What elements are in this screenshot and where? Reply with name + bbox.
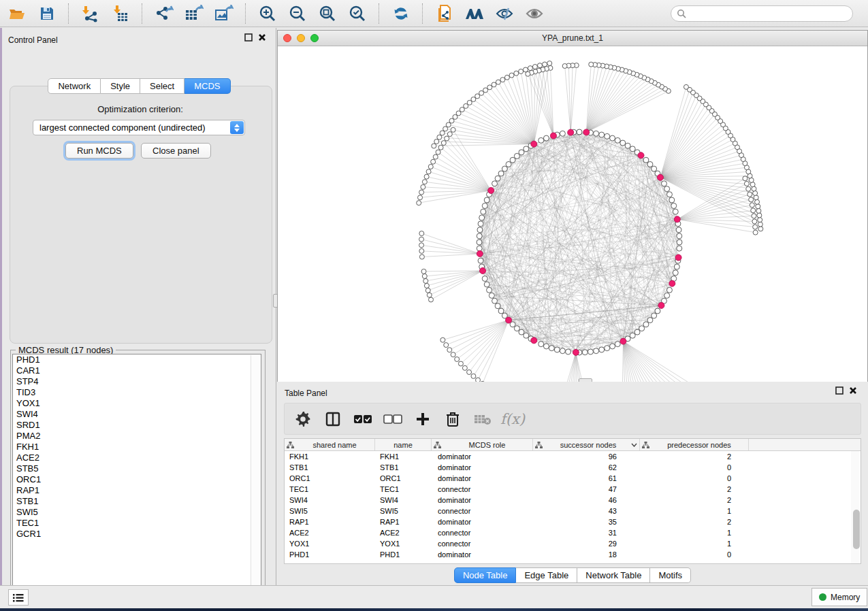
close-panel-button[interactable]: Close panel — [141, 143, 211, 159]
network-node[interactable] — [677, 233, 682, 239]
mcds-result-item[interactable]: TID3 — [13, 387, 261, 398]
search-input[interactable] — [686, 8, 852, 19]
network-node[interactable] — [425, 288, 430, 293]
network-node[interactable] — [502, 166, 507, 171]
network-hub-node[interactable] — [583, 129, 590, 135]
mcds-result-item[interactable]: ACE2 — [13, 452, 261, 463]
network-hub-node[interactable] — [669, 280, 675, 286]
tab-select[interactable]: Select — [140, 78, 184, 94]
network-node[interactable] — [477, 246, 482, 251]
network-node[interactable] — [482, 276, 487, 282]
network-node[interactable] — [487, 287, 492, 293]
network-node[interactable] — [746, 186, 751, 191]
network-node[interactable] — [467, 369, 472, 374]
network-node[interactable] — [684, 84, 688, 89]
network-hub-node[interactable] — [480, 267, 486, 274]
network-node[interactable] — [519, 150, 524, 155]
network-node[interactable] — [445, 136, 449, 141]
export-network-button[interactable] — [152, 3, 176, 24]
network-node[interactable] — [647, 161, 653, 167]
float-panel-icon[interactable] — [244, 33, 253, 42]
network-node[interactable] — [758, 218, 762, 222]
table-row[interactable]: SWI4SWI4dominator462 — [285, 495, 861, 506]
select-all-rows-button[interactable] — [353, 409, 373, 429]
network-hub-node[interactable] — [658, 302, 664, 308]
mcds-result-item[interactable]: CAR1 — [13, 365, 261, 376]
network-node[interactable] — [605, 346, 610, 351]
network-node[interactable] — [417, 201, 421, 205]
network-node[interactable] — [506, 161, 511, 167]
network-node[interactable] — [664, 186, 670, 192]
network-node[interactable] — [481, 209, 486, 214]
network-node[interactable] — [615, 137, 620, 143]
network-node[interactable] — [428, 297, 433, 302]
network-node[interactable] — [495, 303, 500, 309]
network-node[interactable] — [537, 63, 542, 68]
network-node[interactable] — [482, 203, 487, 208]
network-node[interactable] — [421, 184, 425, 189]
network-node[interactable] — [419, 190, 424, 195]
zoom-in-button[interactable] — [256, 3, 279, 24]
network-node[interactable] — [757, 213, 762, 218]
column-header-MCDS-role[interactable]: MCDS role — [432, 439, 533, 450]
network-node[interactable] — [422, 274, 427, 278]
network-node[interactable] — [539, 342, 544, 347]
network-node[interactable] — [496, 80, 500, 84]
network-node[interactable] — [594, 131, 599, 136]
network-node[interactable] — [489, 293, 494, 298]
network-node[interactable] — [441, 141, 446, 146]
network-node[interactable] — [599, 132, 605, 137]
mcds-result-item[interactable]: SRD1 — [13, 420, 261, 431]
network-node[interactable] — [744, 181, 749, 186]
network-node[interactable] — [577, 129, 582, 135]
network-node[interactable] — [543, 135, 549, 141]
network-node[interactable] — [514, 71, 519, 76]
network-node[interactable] — [749, 197, 754, 202]
network-node[interactable] — [431, 159, 436, 164]
network-node[interactable] — [560, 131, 565, 136]
network-node[interactable] — [652, 313, 657, 318]
network-node[interactable] — [755, 199, 760, 204]
column-visibility-button[interactable] — [323, 409, 343, 429]
network-node[interactable] — [483, 88, 488, 93]
network-node[interactable] — [437, 135, 442, 139]
network-node[interactable] — [524, 333, 529, 338]
mcds-result-item[interactable]: GCR1 — [13, 529, 261, 540]
mcds-result-item[interactable]: STB1 — [13, 496, 261, 507]
network-node[interactable] — [447, 348, 452, 352]
network-node[interactable] — [634, 329, 640, 335]
open-file-button[interactable] — [5, 3, 29, 24]
network-node[interactable] — [484, 197, 489, 203]
first-neighbors-button[interactable] — [463, 3, 486, 24]
tab-node-table[interactable]: Node Table — [454, 567, 517, 583]
network-node[interactable] — [543, 62, 547, 67]
network-node[interactable] — [677, 240, 682, 245]
network-node[interactable] — [498, 308, 504, 314]
network-node[interactable] — [605, 133, 610, 139]
network-node[interactable] — [674, 264, 679, 269]
optimization-criterion-select[interactable]: largest connected component (undirected) — [33, 120, 245, 135]
network-node[interactable] — [588, 349, 593, 354]
memory-button[interactable]: Memory — [811, 588, 867, 606]
network-node[interactable] — [432, 144, 436, 148]
network-hub-node[interactable] — [568, 129, 574, 135]
network-node[interactable] — [566, 349, 571, 354]
network-node[interactable] — [643, 322, 649, 327]
network-node[interactable] — [599, 347, 605, 352]
mcds-result-list[interactable]: PHD1CAR1STP4TID3YOX1SWI4SRD1PMA2FKH1ACE2… — [12, 354, 261, 595]
network-hub-node[interactable] — [550, 133, 556, 139]
network-node[interactable] — [756, 208, 761, 213]
network-node[interactable] — [419, 237, 424, 242]
network-node[interactable] — [543, 344, 549, 349]
mcds-result-item[interactable]: PHD1 — [13, 354, 261, 365]
network-node[interactable] — [477, 227, 483, 233]
network-node[interactable] — [669, 197, 675, 203]
network-node[interactable] — [514, 326, 519, 331]
column-header-predecessor-nodes[interactable]: predecessor nodes — [640, 439, 749, 450]
network-node[interactable] — [753, 230, 758, 235]
apply-layout-button[interactable] — [389, 3, 413, 24]
network-node[interactable] — [671, 203, 677, 208]
network-node[interactable] — [479, 90, 484, 95]
network-node[interactable] — [495, 176, 500, 181]
network-node[interactable] — [434, 139, 439, 144]
